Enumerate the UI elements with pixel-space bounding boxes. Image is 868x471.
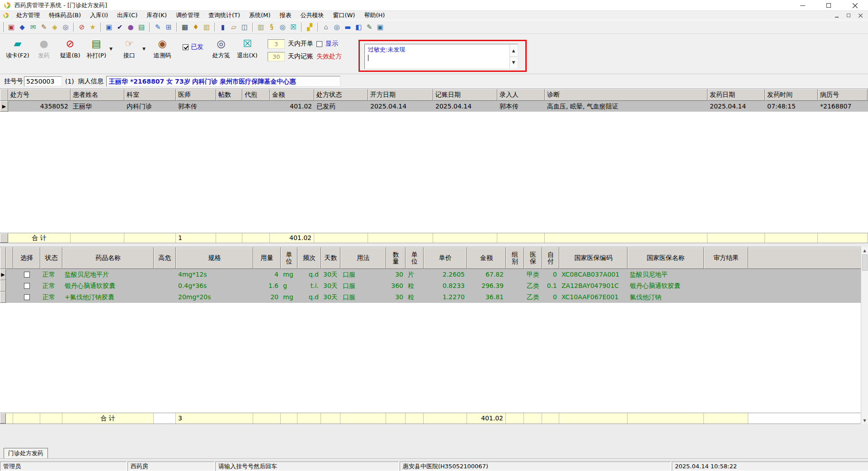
cell-dose[interactable]: 20 xyxy=(253,292,281,303)
cell-drugname[interactable]: +氟伐他汀钠胶囊 xyxy=(62,292,154,303)
monitor-icon[interactable]: ⊞ xyxy=(163,22,174,33)
cell-selfpay[interactable]: 0 xyxy=(542,269,559,280)
column-header-diagnosis[interactable]: 诊断 xyxy=(545,89,708,101)
cell-amount[interactable]: 36.81 xyxy=(467,292,506,303)
cell-select[interactable] xyxy=(13,292,40,303)
cell-selfpay[interactable]: 0 xyxy=(542,292,559,303)
cell-highrisk[interactable] xyxy=(154,292,176,303)
mail-icon[interactable]: ✉ xyxy=(28,22,38,33)
cell-qtyunit[interactable]: 粒 xyxy=(406,292,424,303)
column-header-decoct[interactable]: 代煎 xyxy=(242,89,270,101)
column-header-doses[interactable]: 帖数 xyxy=(216,89,242,101)
menu-item-3[interactable]: 出库(C) xyxy=(113,11,142,20)
cell-usage[interactable]: 口服 xyxy=(340,269,386,280)
cell-spec[interactable]: 20mg*20s xyxy=(176,292,253,303)
row-indicator[interactable] xyxy=(6,292,13,303)
jar-icon[interactable]: ▮ xyxy=(217,22,228,33)
cell-doses[interactable] xyxy=(216,101,242,112)
mdi-close-button[interactable] xyxy=(854,11,866,19)
column-header-patient[interactable]: 患者姓名 xyxy=(71,89,124,101)
cell-amount[interactable]: 67.82 xyxy=(467,269,506,280)
cell-dose[interactable]: 4 xyxy=(253,269,281,280)
cell-drugname[interactable]: 银丹心脑通软胶囊 xyxy=(62,280,154,292)
check-icon[interactable]: ✔ xyxy=(114,22,125,33)
cell-selfpay[interactable]: 0.1 xyxy=(542,280,559,292)
interface-button[interactable]: ☞接口 xyxy=(116,37,142,65)
row-indicator[interactable] xyxy=(6,280,13,292)
column-header-amount[interactable]: 金额 xyxy=(467,247,506,269)
column-header-selfpay[interactable]: 自付 xyxy=(542,247,559,269)
menu-item-10[interactable]: 窗口(W) xyxy=(328,11,359,20)
cell-freq[interactable]: q.d xyxy=(297,292,321,303)
clipboard-icon[interactable]: ▣ xyxy=(6,22,17,33)
cell-billdate[interactable]: 2025.04.14 xyxy=(433,101,497,112)
column-header-dept[interactable]: 科室 xyxy=(124,89,176,101)
scrollbar-thumb[interactable] xyxy=(862,254,868,271)
cell-qtyunit[interactable]: 粒 xyxy=(406,280,424,292)
cell-doctor[interactable]: 郭本传 xyxy=(176,101,216,112)
cell-qtyunit[interactable]: 片 xyxy=(406,269,424,280)
cell-days[interactable]: 30天 xyxy=(321,292,340,303)
key-icon[interactable]: § xyxy=(266,22,277,33)
column-header-disptime[interactable]: 发药时间 xyxy=(765,89,818,101)
menu-item-8[interactable]: 报表 xyxy=(275,11,296,20)
maximize-button[interactable] xyxy=(816,0,842,11)
row-checkbox[interactable] xyxy=(24,272,30,278)
days-account-input[interactable]: 30 xyxy=(268,52,285,61)
stop-icon[interactable]: ⊘ xyxy=(76,22,87,33)
cell-usage[interactable]: 口服 xyxy=(340,280,386,292)
read-card-button[interactable]: ▰读卡(F2) xyxy=(5,37,31,65)
mdi-restore-button[interactable] xyxy=(843,11,854,19)
cell-nhiname[interactable]: 盐酸贝尼地平 xyxy=(627,269,704,280)
table-row[interactable]: ▶正常盐酸贝尼地平片4mg*12s4mgq.d30天口服30片2.260567.… xyxy=(0,269,868,280)
column-header-billdate[interactable]: 记账日期 xyxy=(433,89,497,101)
exit-button[interactable]: ☒退出(X) xyxy=(234,37,260,65)
doc-edit-icon[interactable]: ✎ xyxy=(364,22,375,33)
new-spark-icon[interactable]: ★ xyxy=(87,22,98,33)
show-checkbox[interactable] xyxy=(316,41,322,47)
cell-nhicode[interactable]: XC08CAB037A001 xyxy=(559,269,627,280)
scrollbar-up-icon[interactable]: ▲ xyxy=(861,247,868,254)
minimize-button[interactable] xyxy=(789,0,816,11)
column-header-insurance[interactable]: 医保 xyxy=(524,247,542,269)
folder-search-icon[interactable]: ▱ xyxy=(228,22,239,33)
row-selector[interactable] xyxy=(0,292,6,303)
printer-copy-icon[interactable]: ▥ xyxy=(255,22,266,33)
menu-item-4[interactable]: 库存(K) xyxy=(142,11,171,20)
home-gray-icon[interactable]: ⌂ xyxy=(321,22,331,33)
column-header-freq[interactable]: 频次 xyxy=(297,247,321,269)
cell-freq[interactable]: t.i. xyxy=(297,280,321,292)
menu-item-5[interactable]: 调价管理 xyxy=(171,11,204,20)
cell-spec[interactable]: 0.4g*36s xyxy=(176,280,253,292)
column-header-qtyunit[interactable]: 单位 xyxy=(406,247,424,269)
cell-qty[interactable]: 30 xyxy=(386,269,406,280)
cell-usage[interactable]: 口服 xyxy=(340,292,386,303)
column-header-price[interactable]: 单价 xyxy=(424,247,467,269)
menu-item-2[interactable]: 入库(I) xyxy=(85,11,113,20)
cell-amount[interactable]: 296.39 xyxy=(467,280,506,292)
cell-drugname[interactable]: 盐酸贝尼地平片 xyxy=(62,269,154,280)
menu-item-11[interactable]: 帮助(H) xyxy=(359,11,389,20)
table-row[interactable]: 正常银丹心脑通软胶囊0.4g*36s1.6gt.i.30天口服360粒0.823… xyxy=(0,280,868,292)
cell-rxno[interactable]: 4358052 xyxy=(8,101,71,112)
cell-doseunit[interactable]: g xyxy=(281,280,297,292)
menu-item-1[interactable]: 特殊药品(B) xyxy=(44,11,85,20)
table-row[interactable]: 正常+氟伐他汀钠胶囊20mg*20s20mgq.d30天口服30粒1.22703… xyxy=(0,292,868,303)
cell-state[interactable]: 正常 xyxy=(40,292,62,303)
cell-nhicode[interactable]: ZA12BAY047901C xyxy=(559,280,627,292)
grid-icon[interactable]: ▦ xyxy=(179,22,190,33)
broom-icon[interactable]: ▞ xyxy=(304,22,315,33)
reprint-button[interactable]: ▤补打(P) xyxy=(83,37,109,65)
cell-group[interactable] xyxy=(506,280,524,292)
column-header-rxno[interactable]: 处方号 xyxy=(8,89,71,101)
drug-table-scrollbar[interactable]: ▲ ▼ xyxy=(861,247,868,424)
toolbar-grip[interactable] xyxy=(2,22,4,32)
column-header-spec[interactable]: 规格 xyxy=(176,247,253,269)
cell-state[interactable]: 正常 xyxy=(40,280,62,292)
cell-decoct[interactable] xyxy=(242,101,270,112)
cell-amount[interactable]: 401.02 xyxy=(270,101,314,112)
close-box-icon[interactable]: ☒ xyxy=(288,22,299,33)
edit-doc-icon[interactable]: ✎ xyxy=(38,22,49,33)
sent-checkbox[interactable] xyxy=(183,44,189,50)
column-header-recordno[interactable]: 病历号 xyxy=(818,89,868,101)
